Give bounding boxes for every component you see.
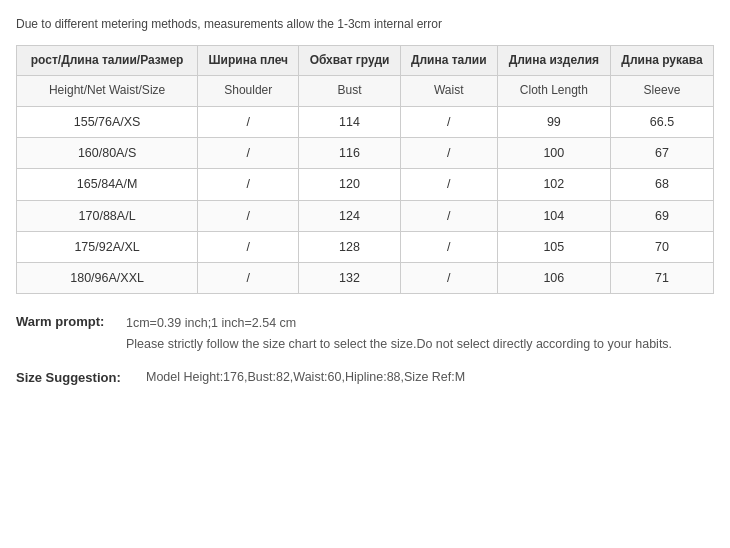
warm-prompt-line2: Please strictly follow the size chart to…: [126, 335, 672, 354]
cell-size: 170/88A/L: [17, 200, 198, 231]
cell-sleeve: 69: [610, 200, 713, 231]
cell-size: 155/76A/XS: [17, 106, 198, 137]
col-header-shoulder-en: Shoulder: [198, 76, 299, 107]
table-row: 160/80A/S/116/10067: [17, 138, 714, 169]
cell-size: 180/96A/XXL: [17, 263, 198, 294]
table-row: 155/76A/XS/114/9966.5: [17, 106, 714, 137]
cell-bust: 124: [299, 200, 400, 231]
cell-sleeve: 67: [610, 138, 713, 169]
cell-waist: /: [400, 200, 497, 231]
cell-waist: /: [400, 138, 497, 169]
disclaimer-text: Due to different metering methods, measu…: [16, 16, 714, 33]
cell-shoulder: /: [198, 138, 299, 169]
cell-sleeve: 68: [610, 169, 713, 200]
col-header-size-ru: рост/Длина талии/Размер: [17, 45, 198, 76]
cell-bust: 114: [299, 106, 400, 137]
col-header-sleeve-ru: Длина рукава: [610, 45, 713, 76]
cell-sleeve: 66.5: [610, 106, 713, 137]
cell-bust: 132: [299, 263, 400, 294]
col-header-length-ru: Длина изделия: [497, 45, 610, 76]
cell-sleeve: 70: [610, 231, 713, 262]
cell-waist: /: [400, 169, 497, 200]
cell-cloth-length: 99: [497, 106, 610, 137]
cell-cloth-length: 100: [497, 138, 610, 169]
col-header-bust-en: Bust: [299, 76, 400, 107]
cell-bust: 128: [299, 231, 400, 262]
cell-cloth-length: 104: [497, 200, 610, 231]
size-suggestion-text: Model Height:176,Bust:82,Waist:60,Hiplin…: [146, 370, 465, 384]
col-header-bust-ru: Обхват груди: [299, 45, 400, 76]
cell-cloth-length: 105: [497, 231, 610, 262]
table-row: 165/84A/M/120/10268: [17, 169, 714, 200]
table-row: 180/96A/XXL/132/10671: [17, 263, 714, 294]
cell-bust: 120: [299, 169, 400, 200]
cell-cloth-length: 106: [497, 263, 610, 294]
cell-shoulder: /: [198, 169, 299, 200]
cell-cloth-length: 102: [497, 169, 610, 200]
table-row: 170/88A/L/124/10469: [17, 200, 714, 231]
size-suggestion-label: Size Suggestion:: [16, 370, 146, 385]
cell-waist: /: [400, 106, 497, 137]
col-header-length-en: Cloth Length: [497, 76, 610, 107]
cell-size: 165/84A/M: [17, 169, 198, 200]
cell-size: 160/80A/S: [17, 138, 198, 169]
cell-shoulder: /: [198, 106, 299, 137]
cell-shoulder: /: [198, 263, 299, 294]
col-header-waist-en: Waist: [400, 76, 497, 107]
col-header-size-en: Height/Net Waist/Size: [17, 76, 198, 107]
cell-sleeve: 71: [610, 263, 713, 294]
col-header-shoulder-ru: Ширина плеч: [198, 45, 299, 76]
cell-size: 175/92A/XL: [17, 231, 198, 262]
cell-waist: /: [400, 231, 497, 262]
table-row: 175/92A/XL/128/10570: [17, 231, 714, 262]
cell-shoulder: /: [198, 231, 299, 262]
size-chart-table: рост/Длина талии/Размер Ширина плеч Обхв…: [16, 45, 714, 295]
size-suggestion-section: Size Suggestion: Model Height:176,Bust:8…: [16, 370, 714, 385]
warm-prompt-line1: 1cm=0.39 inch;1 inch=2.54 cm: [126, 314, 672, 333]
col-header-sleeve-en: Sleeve: [610, 76, 713, 107]
warm-prompt-section: Warm prompt: 1cm=0.39 inch;1 inch=2.54 c…: [16, 314, 714, 354]
warm-prompt-label: Warm prompt:: [16, 314, 126, 329]
col-header-waist-ru: Длина талии: [400, 45, 497, 76]
cell-shoulder: /: [198, 200, 299, 231]
cell-waist: /: [400, 263, 497, 294]
cell-bust: 116: [299, 138, 400, 169]
